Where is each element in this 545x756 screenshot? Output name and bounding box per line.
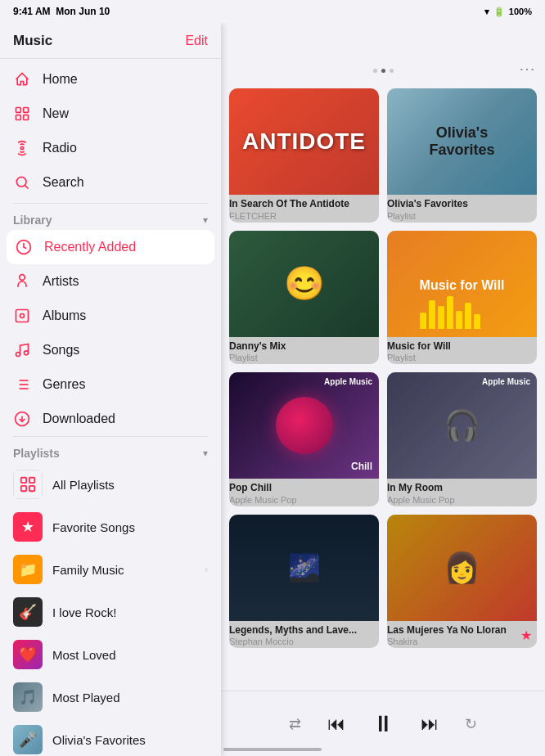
- shuffle-button[interactable]: ⇄: [289, 715, 301, 733]
- sidebar: Music Edit Home: [0, 23, 221, 756]
- am-badge-inmyroom: Apple Music: [482, 377, 530, 386]
- recently-added-label: Recently Added: [44, 240, 136, 254]
- card-info-legends: Legends, Myths and Lave... Stephan Mocci…: [229, 621, 379, 649]
- library-section-header: Library ▾: [0, 204, 221, 230]
- sidebar-item-home[interactable]: Home: [0, 62, 221, 97]
- irock-thumb: 🎸: [13, 597, 43, 627]
- all-playlists-label: All Playlists: [52, 478, 208, 492]
- playlist-item-most-played[interactable]: 🎵 Most Played: [0, 676, 221, 718]
- inmyroom-emoji: 🎧: [444, 408, 480, 443]
- playlists-chevron: ▾: [203, 448, 208, 459]
- status-icons: ▾ 🔋 100%: [484, 7, 532, 17]
- playlist-item-olivias[interactable]: 🎤 Olivia's Favorites: [0, 718, 221, 756]
- grid-row-4: 🌌 Legends, Myths and Lave... Stephan Moc…: [229, 515, 537, 649]
- songs-label: Songs: [43, 343, 79, 358]
- svg-rect-7: [16, 310, 29, 322]
- playlist-item-favorite[interactable]: ★ Favorite Songs: [0, 506, 221, 548]
- svg-rect-19: [21, 478, 26, 483]
- songs-icon: [13, 341, 31, 359]
- sidebar-item-new[interactable]: New: [0, 97, 221, 131]
- all-playlists-thumb: [13, 470, 43, 499]
- olivias-thumb: 🎤: [13, 725, 43, 754]
- sidebar-item-radio[interactable]: Radio: [0, 131, 221, 165]
- card-title-mfw: Music for Will: [387, 340, 537, 353]
- svg-point-8: [20, 314, 25, 318]
- sidebar-item-downloaded[interactable]: Downloaded: [0, 402, 221, 436]
- edit-button[interactable]: Edit: [185, 34, 208, 48]
- card-danny[interactable]: 😊 Danny's Mix Playlist: [229, 231, 379, 365]
- back-button[interactable]: ⏮: [327, 713, 345, 735]
- sidebar-item-search[interactable]: Search: [0, 165, 221, 200]
- repeat-button[interactable]: ↻: [465, 715, 477, 733]
- svg-rect-1: [24, 108, 29, 113]
- player-bar: ⇄ ⏮ ⏸ ⏭ ↻: [221, 691, 545, 756]
- sidebar-item-artists[interactable]: Artists: [0, 264, 221, 299]
- card-inmyroom[interactable]: 🎧 Apple Music In My Room Apple Music Pop: [387, 372, 537, 506]
- more-button[interactable]: ⋯: [519, 59, 535, 79]
- card-info-fletcher: In Search Of The Antidote FLETCHER: [229, 195, 379, 223]
- new-icon: [13, 105, 31, 123]
- card-subtitle-mfw: Playlist: [387, 353, 537, 362]
- card-fletcher[interactable]: ANTIDOTE In Search Of The Antidote FLETC…: [229, 88, 379, 223]
- family-chevron: ›: [205, 564, 208, 575]
- grid-row-1: ANTIDOTE In Search Of The Antidote FLETC…: [229, 88, 537, 223]
- playlists-label: Playlists: [13, 447, 60, 460]
- sidebar-title: Music: [13, 33, 52, 49]
- home-icon: [13, 70, 31, 88]
- card-olivia[interactable]: Olivia'sFavorites Olivia's Favorites Pla…: [387, 88, 537, 223]
- sidebar-item-songs[interactable]: Songs: [0, 333, 221, 367]
- sidebar-header: Music Edit: [0, 23, 221, 59]
- battery-icon: 🔋: [493, 7, 505, 17]
- sidebar-item-albums[interactable]: Albums: [0, 299, 221, 333]
- card-popchill[interactable]: Apple Music Chill Pop Chill Apple Music …: [229, 372, 379, 506]
- card-subtitle-mujeres: Shakira: [387, 637, 537, 646]
- playlist-item-family[interactable]: 📁 Family Music ›: [0, 548, 221, 591]
- play-pause-button[interactable]: ⏸: [372, 710, 394, 737]
- sidebar-item-genres[interactable]: Genres: [0, 367, 221, 402]
- radio-icon: [13, 139, 31, 157]
- card-mujeres[interactable]: 👩 Las Mujeres Ya No Lloran Shakira ★: [387, 515, 537, 649]
- card-subtitle-fletcher: FLETCHER: [229, 211, 379, 221]
- svg-rect-3: [24, 115, 29, 120]
- playlist-item-all[interactable]: All Playlists: [0, 463, 221, 506]
- chill-label: Chill: [351, 461, 372, 472]
- radio-label: Radio: [43, 141, 77, 155]
- card-legends[interactable]: 🌌 Legends, Myths and Lave... Stephan Moc…: [229, 515, 379, 649]
- genres-label: Genres: [43, 377, 85, 392]
- downloaded-icon: [13, 410, 31, 428]
- svg-rect-2: [16, 115, 21, 120]
- home-indicator: [223, 748, 322, 751]
- forward-button[interactable]: ⏭: [421, 713, 439, 735]
- danny-emoji: 😊: [284, 264, 325, 303]
- antidote-text: ANTIDOTE: [242, 128, 366, 155]
- status-time: 9:41 AM Mon Jun 10: [13, 6, 110, 17]
- search-label: Search: [43, 175, 84, 190]
- playlist-item-most-loved[interactable]: ❤️ Most Loved: [0, 633, 221, 676]
- card-subtitle-popchill: Apple Music Pop: [229, 495, 379, 505]
- grid-row-2: 😊 Danny's Mix Playlist Music for Will: [229, 231, 537, 365]
- am-badge-popchill: Apple Music: [324, 377, 372, 386]
- svg-rect-0: [16, 108, 21, 113]
- favorite-songs-label: Favorite Songs: [52, 520, 208, 534]
- sidebar-item-recently-added[interactable]: Recently Added: [7, 230, 214, 264]
- music-grid: ANTIDOTE In Search Of The Antidote FLETC…: [221, 82, 545, 691]
- most-loved-thumb: ❤️: [13, 640, 43, 669]
- sidebar-scroll[interactable]: Home New: [0, 59, 221, 756]
- card-musicforwill[interactable]: Music for Will Music for Will: [387, 231, 537, 365]
- dot-3: [390, 69, 394, 73]
- library-label: Library: [13, 214, 52, 227]
- nav-section: Home New: [0, 59, 221, 203]
- favorite-songs-thumb: ★: [13, 512, 43, 542]
- status-bar: 9:41 AM Mon Jun 10 ▾ 🔋 100%: [0, 0, 545, 23]
- dot-2: [381, 69, 385, 73]
- mfw-art: Music for Will: [412, 231, 513, 337]
- playlist-item-rock[interactable]: 🎸 I love Rock!: [0, 591, 221, 633]
- card-info-mfw: Music for Will Playlist: [387, 337, 537, 365]
- card-subtitle-danny: Playlist: [229, 353, 379, 362]
- card-info-olivia: Olivia's Favorites Playlist: [387, 195, 537, 223]
- inmyroom-art: 🎧: [387, 372, 537, 479]
- most-played-thumb: 🎵: [13, 682, 43, 712]
- card-title-popchill: Pop Chill: [229, 482, 379, 495]
- svg-point-10: [25, 351, 29, 355]
- artists-label: Artists: [43, 274, 79, 289]
